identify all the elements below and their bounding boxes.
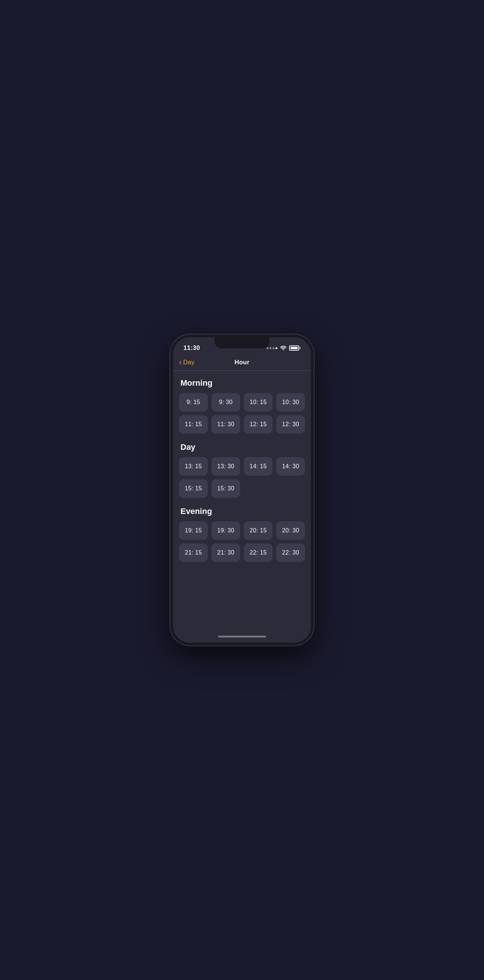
wifi-icon <box>280 345 287 351</box>
time-btn-evening-0[interactable]: 19: 15 <box>179 521 208 540</box>
section-title-morning: Morning <box>179 378 305 388</box>
time-btn-morning-2[interactable]: 10: 15 <box>244 393 273 412</box>
home-indicator <box>173 630 311 643</box>
nav-title: Hour <box>235 359 249 366</box>
nav-bar: ‹ Day Hour <box>173 356 311 371</box>
time-btn-morning-1[interactable]: 9: 30 <box>211 393 240 412</box>
time-grid-morning: 9: 159: 3010: 1510: 3011: 1511: 3012: 15… <box>179 393 305 434</box>
back-chevron-icon: ‹ <box>179 358 182 366</box>
signal-icon <box>267 347 278 349</box>
time-btn-day-0[interactable]: 13: 15 <box>179 457 208 476</box>
section-title-day: Day <box>179 442 305 452</box>
time-grid-evening: 19: 1519: 3020: 1520: 3021: 1521: 3022: … <box>179 521 305 562</box>
status-time: 11:30 <box>183 344 200 352</box>
screen: 11:30 <box>173 337 311 643</box>
time-btn-day-4[interactable]: 15: 15 <box>179 479 208 498</box>
back-button[interactable]: ‹ Day <box>179 359 195 366</box>
time-btn-evening-4[interactable]: 21: 15 <box>179 544 208 562</box>
section-title-evening: Evening <box>179 507 305 516</box>
status-icons <box>267 345 301 351</box>
time-btn-morning-3[interactable]: 10: 30 <box>276 393 305 412</box>
main-content: Morning9: 159: 3010: 1510: 3011: 1511: 3… <box>173 371 311 630</box>
section-evening: Evening19: 1519: 3020: 1520: 3021: 1521:… <box>179 507 305 562</box>
time-btn-evening-1[interactable]: 19: 30 <box>211 521 240 540</box>
battery-icon <box>289 345 301 351</box>
notch <box>214 337 270 348</box>
time-btn-evening-6[interactable]: 22: 15 <box>244 544 273 562</box>
back-label: Day <box>183 359 194 366</box>
home-bar <box>218 636 266 638</box>
time-btn-evening-5[interactable]: 21: 30 <box>211 544 240 562</box>
time-btn-morning-6[interactable]: 12: 15 <box>244 415 273 434</box>
time-grid-day: 13: 1513: 3014: 1514: 3015: 1515: 30 <box>179 457 305 498</box>
phone-frame: 11:30 <box>170 334 314 646</box>
time-btn-morning-7[interactable]: 12: 30 <box>276 415 305 434</box>
time-btn-evening-7[interactable]: 22: 30 <box>276 544 305 562</box>
section-day: Day13: 1513: 3014: 1514: 3015: 1515: 30 <box>179 442 305 498</box>
time-btn-evening-2[interactable]: 20: 15 <box>244 521 273 540</box>
time-btn-day-5[interactable]: 15: 30 <box>211 479 240 498</box>
time-btn-day-3[interactable]: 14: 30 <box>276 457 305 476</box>
time-btn-morning-4[interactable]: 11: 15 <box>179 415 208 434</box>
time-btn-day-2[interactable]: 14: 15 <box>244 457 273 476</box>
time-btn-day-1[interactable]: 13: 30 <box>211 457 240 476</box>
time-btn-morning-0[interactable]: 9: 15 <box>179 393 208 412</box>
section-morning: Morning9: 159: 3010: 1510: 3011: 1511: 3… <box>179 378 305 434</box>
time-btn-evening-3[interactable]: 20: 30 <box>276 521 305 540</box>
time-btn-morning-5[interactable]: 11: 30 <box>211 415 240 434</box>
